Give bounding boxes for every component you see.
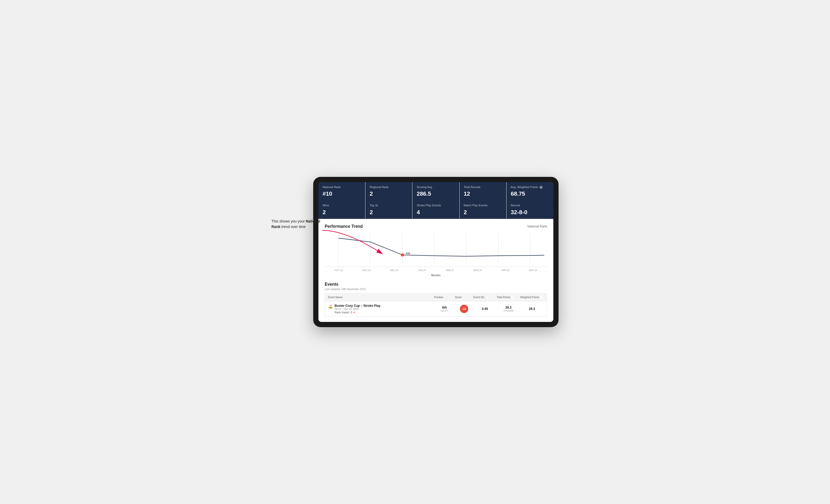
annotation-text: This shows you your National Rank trend …: [272, 219, 320, 229]
x-label-apr24: APR 24: [491, 269, 519, 272]
event-name-cell: ⛳ Buster Cozy Cup – Stroke Play Oct 9 – …: [328, 304, 434, 314]
stat-match-play-events: Match Play Events 2: [459, 200, 506, 219]
svg-text:#10: #10: [406, 252, 410, 255]
x-label-may24: MAY 24: [519, 269, 547, 272]
th-total-points: Total Points i: [497, 296, 520, 299]
info-icon-weighted[interactable]: i: [540, 186, 543, 189]
tablet-screen: National Rank #10 Regional Rank 2 Scorin…: [318, 182, 553, 322]
info-icon-sg[interactable]: i: [486, 296, 489, 299]
scene: This shows you your National Rank trend …: [272, 177, 558, 327]
rank-impact-value: 3: [351, 311, 352, 314]
score-cell: -22: [455, 305, 473, 313]
content-area: Performance Trend National Rank: [318, 219, 553, 322]
x-label-oct23: OCT 23: [325, 269, 353, 272]
chart-marker: [401, 253, 404, 257]
events-section: Events Last updated: 24th November 2023 …: [325, 282, 547, 317]
info-icon-wpoints[interactable]: i: [540, 296, 543, 299]
th-event-name: Event Name: [328, 296, 434, 299]
x-label-feb24: FEB 24: [436, 269, 464, 272]
chart-x-labels: OCT 23 NOV 23 DEC 23 JAN 24 FEB 24 MAR 2…: [325, 268, 547, 273]
stat-wins: Wins 2: [318, 200, 365, 219]
events-title: Events: [325, 282, 547, 287]
golf-icon: ⛳: [328, 304, 332, 309]
annotation: This shows you your National Rank trend …: [272, 219, 324, 230]
performance-label: National Rank: [528, 225, 547, 228]
stat-regional-rank: Regional Rank 2: [365, 182, 412, 200]
event-details: Buster Cozy Cup – Stroke Play Oct 9 – Oc…: [334, 304, 380, 314]
stats-row-2: Wins 2 Top 3s 2 Stroke Play Events 4 Mat…: [318, 200, 553, 219]
info-icon-total-points[interactable]: i: [511, 296, 514, 299]
x-label-dec23: DEC 23: [380, 269, 408, 272]
stat-record: Record 32-8-0: [507, 200, 553, 219]
tablet-device: National Rank #10 Regional Rank 2 Scorin…: [313, 177, 558, 327]
events-header: Events: [325, 282, 547, 287]
th-event-sg: Event SG i: [473, 296, 497, 299]
rank-impact-arrow: ▼: [353, 311, 355, 314]
table-row: ⛳ Buster Cozy Cup – Stroke Play Oct 9 – …: [325, 301, 547, 317]
th-weighted-points: Weighted Points i: [520, 296, 544, 299]
th-score: Score: [455, 296, 473, 299]
x-label-nov23: NOV 23: [353, 269, 381, 272]
performance-title: Performance Trend: [325, 224, 363, 229]
th-position: Position: [434, 296, 455, 299]
performance-header: Performance Trend National Rank: [325, 224, 547, 229]
chart-svg: #10: [325, 233, 547, 267]
stat-national-rank: National Rank #10: [318, 182, 365, 200]
stat-scoring-avg: Scoring Avg. 286.5: [412, 182, 459, 200]
events-last-updated: Last updated: 24th November 2023: [325, 288, 547, 291]
total-points-cell: 28.3 3 Rounds: [497, 306, 520, 312]
position-cell: 6th out of 7: [434, 306, 455, 312]
event-sg-cell: 0.45: [473, 307, 497, 311]
rank-impact: Rank Impact: 3 ▼: [334, 311, 380, 314]
event-name: Buster Cozy Cup – Stroke Play: [334, 304, 380, 308]
stats-row-1: National Rank #10 Regional Rank 2 Scorin…: [318, 182, 553, 200]
x-label-mar24: MAR 24: [464, 269, 492, 272]
performance-chart: #10: [325, 233, 547, 267]
stat-total-rounds: Total Rounds 12: [459, 182, 506, 200]
table-header: Event Name Position Score Event SG i Tot…: [325, 293, 547, 301]
stat-avg-weighted-points: Avg. Weighted Points i 68.75: [507, 182, 553, 200]
weighted-points-cell: 28.3: [520, 307, 544, 311]
x-label-jan24: JAN 24: [408, 269, 436, 272]
chart-axis-label: Months: [325, 274, 547, 277]
stat-stroke-play-events: Stroke Play Events 4: [412, 200, 459, 219]
stat-top3s: Top 3s 2: [365, 200, 412, 219]
score-badge: -22: [460, 305, 468, 313]
event-date: Oct 9 – Oct 10, 2023: [334, 308, 380, 310]
